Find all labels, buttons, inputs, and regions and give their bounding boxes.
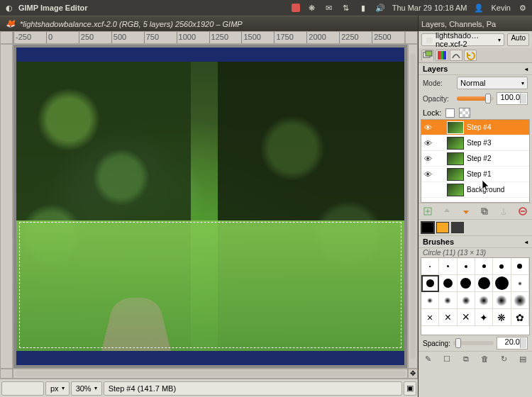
tab-channels[interactable] bbox=[436, 50, 448, 61]
ruler-corner-right bbox=[405, 31, 418, 44]
lower-layer-button[interactable] bbox=[460, 206, 472, 217]
layer-name[interactable]: Step #3 bbox=[467, 139, 491, 147]
brush-item[interactable] bbox=[439, 292, 457, 309]
brush-item[interactable] bbox=[439, 275, 457, 292]
visibility-toggle-icon[interactable]: 👁 bbox=[423, 123, 433, 132]
brush-item[interactable] bbox=[511, 258, 529, 275]
new-layer-button[interactable] bbox=[421, 206, 434, 217]
visibility-toggle-icon[interactable]: 👁 bbox=[423, 170, 433, 179]
raise-layer-button[interactable] bbox=[440, 206, 453, 217]
layer-row[interactable]: 👁 Step #2 bbox=[421, 151, 529, 167]
duplicate-layer-button[interactable] bbox=[478, 206, 491, 217]
delete-layer-button[interactable] bbox=[516, 206, 529, 217]
lock-pixels-checkbox[interactable] bbox=[445, 108, 455, 118]
tray-battery-icon[interactable]: ▮ bbox=[358, 3, 368, 13]
tab-layers[interactable] bbox=[421, 50, 434, 61]
delete-brush-button[interactable]: 🗑 bbox=[478, 353, 491, 364]
brush-item[interactable]: × bbox=[458, 309, 475, 326]
spacing-slider[interactable] bbox=[453, 341, 494, 345]
image-window: 🦊 *lightshadowbalance.xcf-2.0 (RGB, 5 la… bbox=[0, 16, 419, 397]
mode-selector[interactable]: Normal ▾ bbox=[457, 77, 528, 89]
brush-item[interactable] bbox=[493, 292, 511, 309]
scrollbar-horizontal[interactable] bbox=[13, 369, 408, 379]
navigation-corner-icon[interactable]: ✥ bbox=[408, 369, 418, 379]
swatch[interactable] bbox=[436, 222, 449, 233]
brush-item[interactable] bbox=[421, 292, 439, 309]
ruler-horizontal[interactable]: -250 0 250 500 750 1000 1250 1500 1750 2… bbox=[13, 31, 405, 44]
brush-item[interactable] bbox=[458, 258, 475, 275]
brush-item[interactable]: × bbox=[421, 309, 439, 326]
image-window-titlebar[interactable]: 🦊 *lightshadowbalance.xcf-2.0 (RGB, 5 la… bbox=[0, 16, 418, 31]
visibility-toggle-icon[interactable]: 👁 bbox=[423, 155, 433, 163]
brush-item[interactable] bbox=[475, 258, 493, 275]
user-icon[interactable]: 👤 bbox=[474, 3, 484, 13]
spacing-spin[interactable]: 20.0 bbox=[497, 337, 528, 350]
selection-marquee[interactable] bbox=[19, 222, 401, 348]
tray-mail-icon[interactable]: ✉ bbox=[324, 3, 334, 13]
clock[interactable]: Thu Mar 29 10:18 AM bbox=[392, 4, 467, 12]
layer-row[interactable]: 👁 Step #3 bbox=[421, 135, 529, 151]
ruler-vertical[interactable] bbox=[0, 44, 13, 369]
unit-selector[interactable]: px▾ bbox=[45, 381, 70, 396]
brush-item[interactable] bbox=[493, 275, 511, 292]
brush-item[interactable]: × bbox=[439, 309, 457, 326]
dock-titlebar[interactable]: Layers, Channels, Pa bbox=[419, 16, 532, 31]
brush-item[interactable]: ✿ bbox=[511, 309, 529, 326]
app-menu-icon[interactable]: ◐ bbox=[4, 3, 14, 13]
tab-paths[interactable] bbox=[450, 50, 462, 61]
zoom-selector[interactable]: 30%▾ bbox=[71, 381, 102, 396]
user-name[interactable]: Kevin bbox=[491, 4, 511, 12]
tray-network-icon[interactable]: ⇅ bbox=[341, 3, 351, 13]
duplicate-brush-button[interactable]: ⧉ bbox=[460, 353, 472, 364]
open-as-image-button[interactable]: ▤ bbox=[516, 353, 529, 364]
tray-bluetooth-icon[interactable]: ❋ bbox=[307, 3, 317, 13]
brush-item[interactable] bbox=[439, 258, 457, 275]
layer-name[interactable]: Step #4 bbox=[467, 123, 491, 131]
brush-item[interactable] bbox=[493, 258, 511, 275]
auto-button[interactable]: Auto bbox=[507, 33, 529, 46]
brush-item[interactable] bbox=[421, 258, 439, 275]
panel-menu-icon[interactable]: ◂ bbox=[525, 66, 528, 72]
new-brush-button[interactable]: ☐ bbox=[440, 353, 453, 364]
status-cancel-icon[interactable]: ▣ bbox=[404, 381, 416, 396]
record-indicator-icon[interactable] bbox=[292, 4, 300, 12]
panel-menu-icon[interactable]: ◂ bbox=[525, 239, 528, 245]
visibility-toggle-icon[interactable]: 👁 bbox=[423, 139, 433, 147]
image-bounds bbox=[16, 47, 404, 365]
scrollbar-vertical[interactable] bbox=[408, 44, 418, 369]
tray-volume-icon[interactable]: 🔊 bbox=[375, 3, 385, 13]
svg-rect-6 bbox=[482, 208, 486, 213]
brush-item[interactable] bbox=[511, 275, 529, 292]
opacity-slider[interactable] bbox=[457, 96, 494, 101]
brush-item[interactable]: ❋ bbox=[493, 309, 511, 326]
ruler-corner[interactable] bbox=[0, 31, 13, 44]
brush-item[interactable] bbox=[475, 275, 493, 292]
brush-item[interactable] bbox=[458, 292, 475, 309]
brush-item[interactable] bbox=[511, 292, 529, 309]
layers-list[interactable]: 👁 Step #4 👁 Step #3 👁 Step #2 👁 Step #1 … bbox=[421, 119, 530, 203]
brush-grid[interactable]: × × × ✦ ❋ ✿ bbox=[421, 257, 530, 335]
anchor-layer-button[interactable] bbox=[497, 206, 510, 217]
ruler-tick: 1500 bbox=[243, 33, 260, 41]
refresh-brush-button[interactable]: ↻ bbox=[497, 353, 510, 364]
image-selector[interactable]: ▦ lightshado…nce.xcf-2 ▾ bbox=[421, 33, 504, 46]
ruler-tick: 2000 bbox=[309, 33, 326, 41]
canvas[interactable] bbox=[13, 44, 408, 369]
tab-undo[interactable] bbox=[464, 50, 477, 61]
swatch[interactable] bbox=[421, 222, 434, 233]
layer-name[interactable]: Step #1 bbox=[467, 170, 491, 178]
brush-item[interactable]: ✦ bbox=[475, 309, 493, 326]
layer-row[interactable]: 👁 Step #4 bbox=[421, 120, 529, 135]
layer-name[interactable]: Background bbox=[467, 186, 504, 194]
brush-item[interactable] bbox=[458, 275, 475, 292]
swatch[interactable] bbox=[451, 222, 464, 233]
layer-row[interactable]: 👁 Step #1 bbox=[421, 167, 529, 182]
brush-item[interactable] bbox=[475, 292, 493, 309]
layer-name[interactable]: Step #2 bbox=[467, 155, 491, 162]
edit-brush-button[interactable]: ✎ bbox=[421, 353, 434, 364]
lock-alpha-checkbox[interactable] bbox=[459, 108, 470, 118]
layer-row[interactable]: 👁 Background bbox=[421, 182, 529, 198]
system-gear-icon[interactable]: ⚙ bbox=[518, 3, 528, 13]
brush-item[interactable] bbox=[421, 275, 439, 292]
opacity-spin[interactable]: 100.0 bbox=[497, 92, 528, 105]
